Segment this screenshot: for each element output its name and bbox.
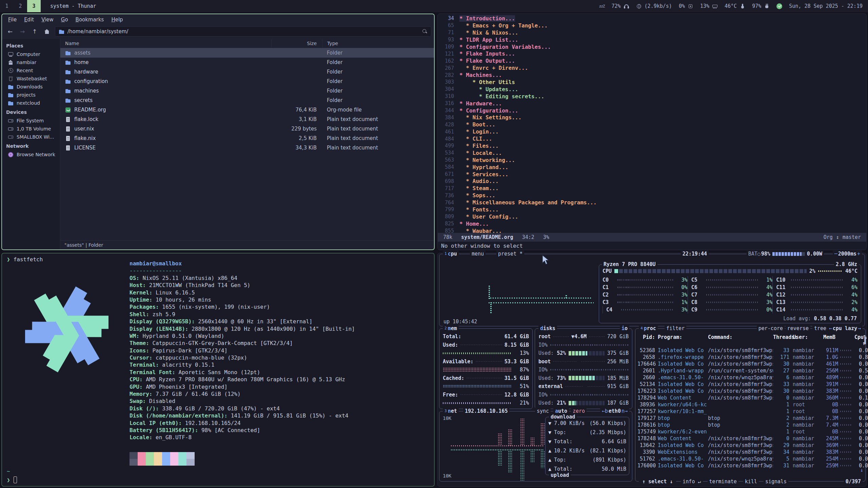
cpu-box-title[interactable]: 1cpu (443, 250, 459, 257)
process-row[interactable]: 2660 .emacs-31.0.50- /nix/store/wnqz5pa8… (637, 374, 863, 381)
org-heading-line[interactable]: 428 * Boot... (438, 121, 866, 128)
memory-module[interactable]: 13% (700, 3, 718, 9)
process-row[interactable]: 52134 Isolated Web Co /nix/store/sm8fmrf… (637, 381, 863, 388)
org-heading-line[interactable]: 809 * User Config... (438, 213, 866, 220)
process-row[interactable]: 13642 Isolated Web Co /nix/store/sm8fmrf… (637, 442, 863, 449)
org-heading-line[interactable]: 534 * Locale... (438, 149, 866, 157)
sidebar-item[interactable]: Wastebasket (2, 75, 60, 83)
menu-item[interactable]: Help (108, 15, 126, 24)
process-row[interactable]: 178294 Web Content /nix/store/sm8fmrf3wp… (637, 394, 863, 401)
org-heading-line[interactable]: 484 * CLI... (438, 135, 866, 142)
sidebar-item[interactable]: Computer (2, 50, 60, 58)
sidebar-item[interactable]: 1,0 TB Volume (2, 125, 60, 133)
net-interface-switcher[interactable]: ←b eth0 n→ (600, 408, 629, 414)
kill-action[interactable]: kill (743, 478, 759, 485)
table-row[interactable]: README.org 76,4 KiB Org-mode file (60, 105, 434, 115)
column-type[interactable]: Type (322, 39, 434, 48)
org-heading-line[interactable]: 282* Machines... (438, 72, 866, 79)
table-row[interactable]: home Folder (60, 58, 434, 67)
table-row[interactable]: assets Folder (60, 48, 434, 58)
process-row[interactable]: 3390 WebExtensions /nix/store/sm8fmrf3wp… (637, 449, 863, 455)
org-heading-line[interactable]: 499 * Files... (438, 142, 866, 149)
volume-module[interactable]: 72% (612, 3, 629, 9)
idle-inhibitor[interactable]: zzZ (599, 4, 605, 8)
column-size[interactable]: Size (271, 39, 322, 48)
process-row[interactable]: 51762 .emacs-31.0.50- /nix/store/wnqz5pa… (637, 455, 863, 462)
process-row[interactable]: 2658 .firefox-wrappe /nix/store/sm8fmrf3… (637, 354, 863, 361)
sidebar-item[interactable]: Browse Network (2, 150, 60, 159)
select-action[interactable]: ↑ select ↓ (639, 478, 676, 485)
column-name[interactable]: Name (60, 41, 271, 46)
table-row[interactable]: flake.lock 3,1 KiB Plain text document (60, 115, 434, 124)
process-row[interactable]: 178248 Web Content /nix/store/sm8fmrf3wp… (637, 435, 863, 442)
update-interval[interactable]: ─ 2000ms + (833, 250, 862, 257)
org-heading-line[interactable]: 825* Home... (438, 220, 866, 227)
org-heading-line[interactable]: 671 * Services... (438, 171, 866, 178)
org-heading-line[interactable]: 34* Introduction... (438, 15, 866, 22)
mem-box-title[interactable]: 2mem (443, 325, 459, 332)
org-heading-line[interactable]: 384 * Nix Settings... (438, 114, 866, 121)
process-row[interactable]: 179127 btop btop 2 nambiar 7.3M 0.0 (637, 415, 863, 422)
org-heading-line[interactable]: 344* Configuration... (438, 107, 866, 114)
proc-scrollbar[interactable] (864, 337, 866, 344)
forward-button[interactable]: → (17, 26, 28, 37)
table-row[interactable]: user.nix 229 bytes Plain text document (60, 124, 434, 134)
process-row[interactable]: 176000 Isolated Web Co /nix/store/sm8fmr… (637, 462, 863, 469)
org-heading-line[interactable]: 121* Flake Inputs... (438, 50, 866, 57)
updates-module[interactable] (776, 3, 782, 9)
io-toggle[interactable]: io (620, 325, 629, 332)
emacs-buffer[interactable]: 34* Introduction... 65 * Emacs + Org + T… (438, 14, 866, 233)
org-heading-line[interactable]: 93* TLDR App List... (438, 36, 866, 43)
menu-item[interactable]: Go (58, 15, 72, 24)
shell-prompt[interactable]: ❯ (7, 476, 17, 483)
sidebar-item[interactable]: SMALLBOX Wi... (2, 133, 60, 141)
org-heading-line[interactable]: 461 * Login... (438, 128, 866, 135)
proc-box-title[interactable]: 4proc (639, 325, 658, 332)
tree-toggle[interactable]: tree (812, 325, 828, 332)
org-heading-line[interactable]: 316* Hardware... (438, 100, 866, 107)
org-heading-line[interactable]: 736 * Sops... (438, 192, 866, 199)
sidebar-item[interactable]: projects (2, 91, 60, 99)
sidebar-item[interactable]: Recent (2, 66, 60, 75)
workspace-button[interactable]: 3 (27, 0, 41, 12)
org-heading-line[interactable]: 855 * Waubar... (438, 227, 866, 233)
sidebar-item[interactable]: File System (2, 117, 60, 125)
table-row[interactable]: secrets Folder (60, 96, 434, 105)
network-module[interactable]: (2.9kb/s) (636, 3, 672, 9)
org-heading-line[interactable]: 71 * Nix & Nixos... (438, 29, 866, 36)
up-button[interactable]: ↑ (29, 26, 40, 37)
reverse-toggle[interactable]: reverse (786, 325, 810, 332)
process-row[interactable]: 38936 kworker/u64:6-kc 1 root 0B 0.0 (637, 401, 863, 408)
workspace-button[interactable]: 2 (14, 0, 27, 12)
sort-selector[interactable]: ← cpu lazy → (827, 325, 863, 332)
org-heading-line[interactable]: 563 * Networking... (438, 157, 866, 164)
home-button[interactable] (41, 26, 52, 37)
terminate-action[interactable]: terminate (708, 478, 738, 485)
signals-action[interactable]: signals (764, 478, 788, 485)
info-action[interactable]: info ↵ (681, 478, 703, 485)
per-core-toggle[interactable]: per-core (757, 325, 785, 332)
sidebar-item[interactable]: nambiar (2, 58, 60, 66)
org-heading-line[interactable]: 304 * Updates... (438, 86, 866, 93)
sidebar-item[interactable]: nextcloud (2, 99, 60, 107)
path-bar[interactable]: /home/nambiar/system/ (55, 26, 431, 37)
preset-button[interactable]: preset * (496, 250, 524, 257)
org-heading-line[interactable]: 267 * Envrc + Direnv... (438, 64, 866, 72)
temperature-module[interactable]: 46°C (725, 3, 745, 9)
table-row[interactable]: machines Folder (60, 86, 434, 96)
process-row[interactable]: 178616 btop btop 2 nambiar 7.4M 0.0 (637, 422, 863, 428)
process-row[interactable]: 175749 kworker/6:2-even 1 root 0B 0.0 (637, 428, 863, 435)
table-row[interactable]: configuration Folder (60, 77, 434, 86)
org-heading-line[interactable]: 310 * Editing secrets... (438, 93, 866, 100)
org-heading-line[interactable]: 162* Flake Output... (438, 57, 866, 64)
process-row[interactable]: 176223 Isolated Web Co /nix/store/sm8fmr… (637, 388, 863, 394)
table-row[interactable]: hardware Folder (60, 67, 434, 77)
sidebar-item[interactable]: Downloads (2, 83, 60, 91)
disks-box-title[interactable]: disks (538, 325, 557, 332)
filter-button[interactable]: filter (665, 325, 686, 332)
org-heading-line[interactable]: 584 * Hyprland... (438, 164, 866, 171)
menu-item[interactable]: Bookmarks (72, 15, 107, 24)
org-heading-line[interactable]: 698 * Audio... (438, 178, 866, 185)
org-heading-line[interactable]: 799 * Fonts... (438, 206, 866, 213)
table-row[interactable]: flake.nix 2,5 KiB Plain text document (60, 134, 434, 143)
